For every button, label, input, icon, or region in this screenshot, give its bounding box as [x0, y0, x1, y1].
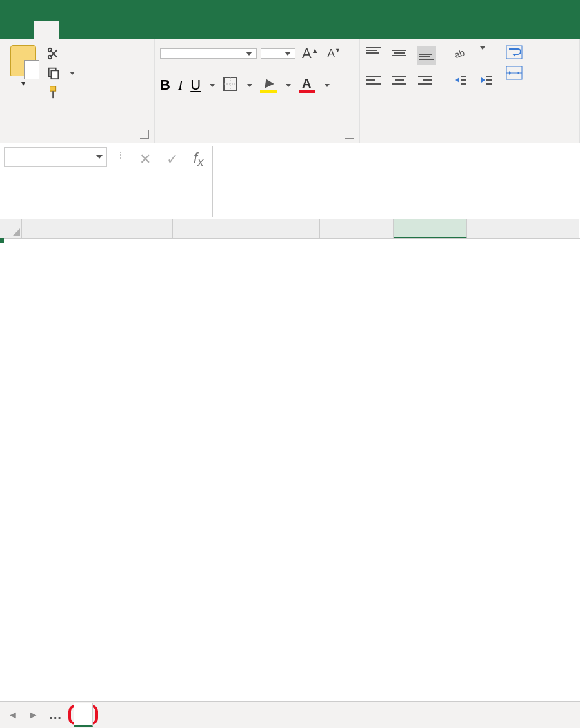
- name-box[interactable]: [4, 147, 107, 167]
- scissors-icon: [46, 46, 61, 61]
- enter-formula-button[interactable]: ✓: [166, 151, 178, 168]
- tab-page-layout[interactable]: [111, 21, 137, 39]
- cut-button[interactable]: [46, 46, 75, 61]
- clipboard-icon: [10, 45, 36, 76]
- tab-data[interactable]: [163, 21, 188, 39]
- chevron-down-icon: [96, 155, 103, 159]
- wrap-text-icon: [506, 45, 523, 59]
- col-header-B[interactable]: [173, 219, 246, 238]
- increase-indent-button[interactable]: [476, 74, 493, 89]
- col-header-F[interactable]: [467, 219, 543, 238]
- fill-dropdown[interactable]: [286, 84, 291, 87]
- font-color-dropdown[interactable]: [325, 84, 330, 87]
- clipboard-dialog-launcher[interactable]: [140, 130, 149, 139]
- select-all-corner[interactable]: [0, 219, 22, 238]
- annotation-highlight: [68, 705, 98, 725]
- font-dialog-launcher[interactable]: [345, 130, 354, 139]
- tab-developer[interactable]: [59, 21, 85, 39]
- wrap-text-button[interactable]: [506, 45, 526, 59]
- group-clipboard: ▾: [0, 39, 155, 143]
- col-header-G[interactable]: [543, 219, 579, 238]
- tab-home[interactable]: [34, 21, 59, 39]
- sheet-nav-more[interactable]: …: [45, 707, 66, 722]
- increase-font-button[interactable]: A▲: [299, 45, 321, 62]
- sheet-tab-bar: ◄ ► …: [0, 701, 580, 728]
- col-header-E[interactable]: [394, 219, 467, 238]
- merge-center-button[interactable]: [506, 66, 526, 80]
- font-color-button[interactable]: A: [299, 77, 315, 93]
- group-font: A▲ A▼ B I U A: [155, 39, 360, 143]
- format-painter-button[interactable]: [46, 85, 75, 99]
- align-middle-button[interactable]: [391, 46, 408, 65]
- tab-formulas[interactable]: [137, 21, 163, 39]
- font-size-combo[interactable]: [261, 48, 295, 59]
- bucket-icon: [261, 77, 274, 88]
- ribbon-tabs: [0, 0, 580, 39]
- align-bottom-button[interactable]: [417, 46, 436, 65]
- tab-insert[interactable]: [85, 21, 111, 39]
- italic-button[interactable]: I: [178, 77, 183, 94]
- svg-marker-39: [509, 71, 511, 75]
- decrease-font-button[interactable]: A▼: [325, 47, 343, 60]
- group-alignment-title: [365, 137, 574, 141]
- merge-icon: [506, 66, 523, 80]
- paste-button[interactable]: ▾: [5, 41, 41, 88]
- svg-rect-36: [506, 46, 522, 59]
- svg-marker-32: [481, 77, 485, 83]
- group-alignment: ab: [360, 39, 580, 143]
- align-center-button[interactable]: [391, 74, 408, 89]
- underline-dropdown[interactable]: [210, 84, 215, 87]
- bold-button[interactable]: B: [160, 77, 170, 94]
- svg-rect-4: [50, 86, 56, 91]
- formula-bar-row: ⋮ ✕ ✓ fx: [0, 143, 580, 219]
- chevron-down-icon: [246, 52, 252, 56]
- copy-dropdown-icon[interactable]: [70, 72, 75, 75]
- svg-marker-28: [455, 77, 459, 83]
- col-header-A[interactable]: [22, 219, 173, 238]
- cell-selection: [0, 239, 3, 241]
- copy-button[interactable]: [46, 66, 75, 80]
- svg-text:ab: ab: [453, 47, 466, 59]
- paintbrush-icon: [46, 85, 61, 99]
- svg-rect-3: [51, 70, 58, 79]
- spreadsheet-grid: [0, 219, 580, 239]
- group-clipboard-title: [5, 137, 149, 141]
- borders-button[interactable]: [223, 76, 238, 94]
- col-header-D[interactable]: [320, 219, 394, 238]
- fill-color-button[interactable]: [260, 77, 277, 93]
- group-font-title: [160, 137, 354, 141]
- name-box-handle[interactable]: ⋮: [111, 143, 130, 160]
- chevron-down-icon: [285, 52, 291, 56]
- sheet-tab-active[interactable]: [74, 703, 93, 727]
- formula-bar-input[interactable]: [212, 146, 580, 217]
- insert-function-button[interactable]: fx: [194, 150, 203, 169]
- ribbon: ▾: [0, 39, 580, 143]
- orientation-button[interactable]: ab: [453, 46, 470, 65]
- svg-marker-40: [517, 71, 519, 75]
- font-name-combo[interactable]: [160, 48, 257, 59]
- underline-button[interactable]: U: [190, 77, 201, 94]
- sheet-nav-next[interactable]: ►: [25, 709, 43, 721]
- copy-icon: [46, 66, 61, 80]
- sheet-tab-other[interactable]: [101, 711, 119, 719]
- sheet-nav-prev[interactable]: ◄: [4, 709, 22, 721]
- orientation-dropdown[interactable]: [480, 46, 485, 50]
- paste-dropdown[interactable]: ▾: [21, 79, 25, 88]
- decrease-indent-button[interactable]: [450, 74, 467, 89]
- align-top-button[interactable]: [365, 46, 382, 65]
- col-header-C[interactable]: [246, 219, 320, 238]
- align-left-button[interactable]: [365, 74, 382, 89]
- tab-file[interactable]: [8, 21, 34, 39]
- cancel-formula-button[interactable]: ✕: [139, 151, 151, 168]
- align-right-button[interactable]: [417, 74, 434, 89]
- borders-dropdown[interactable]: [247, 84, 252, 87]
- tab-review[interactable]: [188, 21, 214, 39]
- svg-rect-5: [52, 91, 54, 98]
- tab-view[interactable]: [214, 21, 240, 39]
